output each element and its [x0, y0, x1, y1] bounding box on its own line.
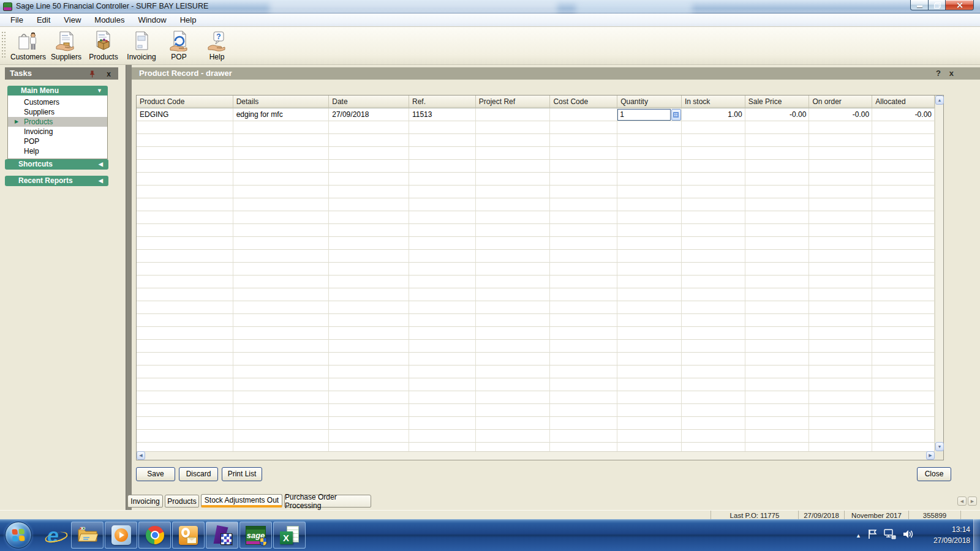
sidebar-item-customers[interactable]: Customers [8, 97, 107, 107]
table-cell-empty[interactable] [550, 160, 617, 173]
table-cell-empty[interactable] [745, 443, 810, 451]
table-cell-empty[interactable] [233, 160, 330, 173]
column-header-sale-price[interactable]: Sale Price [745, 96, 810, 108]
taskbar-sage[interactable]: sage [239, 522, 272, 549]
table-cell-empty[interactable] [550, 443, 617, 451]
table-cell-empty[interactable] [233, 430, 330, 443]
table-cell-empty[interactable] [233, 288, 330, 301]
table-cell-empty[interactable] [409, 443, 476, 451]
table-cell-empty[interactable] [682, 198, 745, 211]
table-cell-empty[interactable] [329, 314, 409, 327]
table-cell-empty[interactable] [550, 250, 617, 263]
table-cell-empty[interactable] [745, 250, 810, 263]
table-cell-empty[interactable] [682, 378, 745, 391]
taskbar-media-player[interactable] [105, 522, 137, 549]
hidden-icons-arrow-icon[interactable]: ▲ [856, 533, 861, 539]
table-cell-empty[interactable] [233, 443, 330, 451]
table-cell-empty[interactable] [550, 237, 617, 250]
table-cell-empty[interactable] [550, 430, 617, 443]
table-cell-empty[interactable] [809, 430, 872, 443]
menu-view[interactable]: View [57, 13, 88, 26]
table-cell-empty[interactable] [872, 391, 935, 404]
table-cell-empty[interactable] [550, 121, 617, 134]
table-cell-empty[interactable] [872, 327, 935, 340]
table-cell-empty[interactable] [409, 378, 476, 391]
table-cell-empty[interactable] [872, 417, 935, 430]
table-cell-empty[interactable] [745, 224, 810, 237]
table-cell-empty[interactable] [409, 391, 476, 404]
table-cell-empty[interactable] [745, 211, 810, 224]
table-cell-empty[interactable] [476, 121, 551, 134]
table-cell-empty[interactable] [550, 173, 617, 186]
column-header-quantity[interactable]: Quantity [617, 96, 682, 108]
table-cell-empty[interactable] [329, 121, 409, 134]
table-cell-empty[interactable] [682, 263, 745, 276]
tab-scroll-right-icon[interactable]: ▶ [968, 497, 977, 506]
column-header-on-order[interactable]: On order [809, 96, 872, 108]
table-cell-empty[interactable] [809, 211, 872, 224]
table-cell-empty[interactable] [476, 147, 551, 160]
table-cell-empty[interactable] [329, 250, 409, 263]
table-cell-empty[interactable] [550, 288, 617, 301]
table-cell-empty[interactable] [617, 404, 682, 417]
table-cell-empty[interactable] [409, 365, 476, 378]
table-cell-empty[interactable] [137, 378, 233, 391]
tab-invoicing[interactable]: Invoicing [127, 495, 163, 508]
table-cell-empty[interactable] [617, 211, 682, 224]
table-cell-empty[interactable] [872, 276, 935, 288]
table-cell-empty[interactable] [617, 353, 682, 365]
table-cell-empty[interactable] [617, 160, 682, 173]
table-cell-empty[interactable] [137, 134, 233, 147]
table-cell-empty[interactable] [745, 391, 810, 404]
table-cell-empty[interactable] [872, 211, 935, 224]
table-cell-empty[interactable] [233, 263, 330, 276]
table-cell-empty[interactable] [550, 134, 617, 147]
table-cell-empty[interactable] [745, 340, 810, 353]
table-cell-empty[interactable] [476, 160, 551, 173]
table-cell-empty[interactable] [809, 353, 872, 365]
table-cell-empty[interactable] [137, 224, 233, 237]
table-cell-empty[interactable] [329, 186, 409, 198]
table-cell-empty[interactable] [809, 121, 872, 134]
table-cell-empty[interactable] [329, 365, 409, 378]
table-cell-empty[interactable] [233, 276, 330, 288]
main-menu-header[interactable]: Main Menu ▼ [7, 86, 108, 96]
quantity-calculator-button[interactable] [671, 109, 681, 121]
table-cell-empty[interactable] [409, 173, 476, 186]
table-cell-empty[interactable] [550, 301, 617, 314]
table-cell-empty[interactable] [682, 353, 745, 365]
table-cell-empty[interactable] [872, 198, 935, 211]
table-cell-empty[interactable] [409, 263, 476, 276]
table-cell-empty[interactable] [329, 417, 409, 430]
table-cell-empty[interactable] [409, 224, 476, 237]
table-cell-empty[interactable] [137, 314, 233, 327]
table-cell-empty[interactable] [745, 365, 810, 378]
column-header-cost-code[interactable]: Cost Code [550, 96, 617, 108]
menu-edit[interactable]: Edit [30, 13, 57, 26]
table-cell-empty[interactable] [329, 276, 409, 288]
tab-scroll-left-icon[interactable]: ◀ [957, 497, 967, 506]
action-center-flag-icon[interactable] [868, 529, 877, 542]
table-cell-empty[interactable] [233, 314, 330, 327]
table-cell-empty[interactable] [872, 147, 935, 160]
table-cell-empty[interactable] [745, 276, 810, 288]
table-cell-empty[interactable] [809, 250, 872, 263]
table-cell-empty[interactable] [617, 288, 682, 301]
table-cell-empty[interactable] [550, 224, 617, 237]
toolbar-customers-button[interactable]: Customers [9, 30, 47, 63]
table-cell-empty[interactable] [233, 173, 330, 186]
table-cell-empty[interactable] [137, 391, 233, 404]
menu-help[interactable]: Help [173, 13, 203, 26]
table-cell-empty[interactable] [872, 314, 935, 327]
table-cell-empty[interactable] [872, 121, 935, 134]
save-button[interactable]: Save [136, 467, 175, 481]
recent-reports-section-header[interactable]: Recent Reports ◀ [5, 176, 108, 186]
table-cell-empty[interactable] [476, 404, 551, 417]
table-cell-empty[interactable] [409, 404, 476, 417]
table-cell-empty[interactable] [409, 198, 476, 211]
table-cell-empty[interactable] [682, 186, 745, 198]
table-cell-empty[interactable] [682, 417, 745, 430]
table-cell-empty[interactable] [233, 121, 330, 134]
toolbar-help-button[interactable]: ? Help [198, 30, 236, 63]
table-cell-empty[interactable] [809, 314, 872, 327]
